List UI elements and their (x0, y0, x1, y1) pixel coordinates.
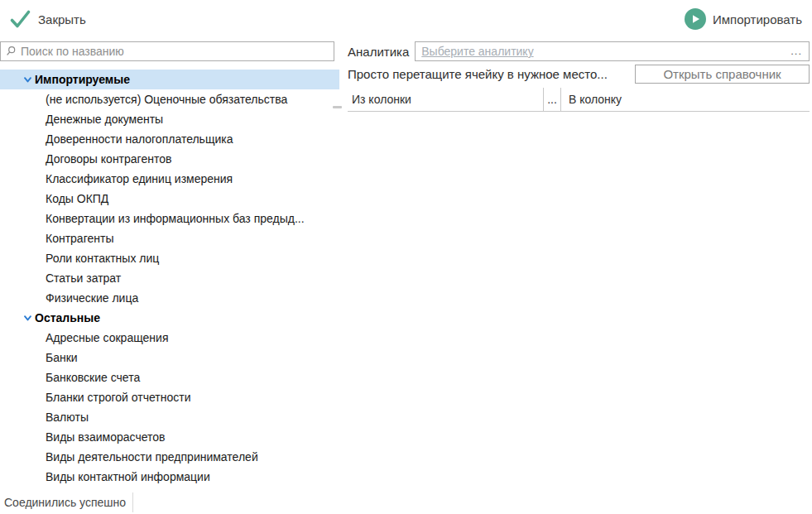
checkmark-icon (9, 8, 31, 31)
tree-group-label: Остальные (35, 308, 100, 328)
tree-item[interactable]: Бланки строгой отчетности (0, 387, 339, 407)
close-button-label: Закрыть (38, 12, 86, 26)
tree-item[interactable]: Договоры контрагентов (0, 149, 339, 169)
column-header-from[interactable]: Из колонки (348, 88, 543, 111)
hint-row: Просто перетащите ячейку в нужное место.… (348, 65, 810, 84)
search-icon (6, 46, 17, 57)
tree-item[interactable]: Денежные документы (0, 109, 339, 129)
tree-group-row[interactable]: Остальные (0, 308, 339, 328)
tree-item[interactable]: Банковские счета (0, 367, 339, 387)
tree-item[interactable]: Физические лица (0, 288, 339, 308)
tree-item[interactable]: Конвертации из информационных баз предыд… (0, 209, 339, 228)
tree-item[interactable]: Контрагенты (0, 228, 339, 248)
analytics-row: Аналитика ... (348, 41, 810, 61)
column-header-to[interactable]: В колонку (561, 88, 810, 111)
column-header-dots[interactable]: ... (543, 88, 561, 111)
analytics-field: ... (415, 41, 810, 61)
tree-item[interactable]: Валюты (0, 407, 339, 427)
search-input[interactable] (21, 43, 334, 60)
tree-list: Импортируемые(не используется) Оценочные… (0, 70, 339, 487)
search-box (0, 41, 334, 61)
chevron-down-icon[interactable] (23, 75, 35, 84)
analytics-choose-button[interactable]: ... (784, 43, 809, 60)
toolbar: Закрыть Импортировать (0, 0, 812, 38)
tree-item[interactable]: Коды ОКПД (0, 189, 339, 209)
tree-item[interactable]: Виды взаиморасчетов (0, 427, 339, 447)
status-bar: Соединились успешно (0, 490, 812, 514)
tree-item[interactable]: Виды контактной информации (0, 467, 339, 487)
chevron-down-icon[interactable] (23, 314, 35, 323)
tree-item[interactable]: Классификатор единиц измерения (0, 169, 339, 189)
import-button[interactable]: Импортировать (685, 8, 802, 30)
tree-item[interactable]: Виды деятельности предпринимателей (0, 447, 339, 467)
tree-item[interactable]: Доверенности налогоплательщика (0, 129, 339, 149)
mapping-table-header: Из колонки ... В колонку (348, 88, 810, 112)
status-text: Соединились успешно (0, 496, 126, 509)
tree-item[interactable]: Банки (0, 348, 339, 367)
play-icon (685, 8, 706, 30)
scrollbar-thumb[interactable] (333, 106, 342, 108)
drag-hint-text: Просто перетащите ячейку в нужное место.… (348, 67, 635, 81)
close-button[interactable]: Закрыть (9, 8, 86, 31)
tree-item[interactable]: (не используется) Оценочные обязательств… (0, 89, 339, 109)
analytics-label: Аналитика (348, 45, 409, 59)
tree-item[interactable]: Роли контактных лиц (0, 248, 339, 268)
tree-item[interactable]: Адресные сокращения (0, 328, 339, 348)
analytics-input[interactable] (421, 43, 784, 60)
tree-item[interactable]: Статьи затрат (0, 268, 339, 288)
tree-group-row[interactable]: Импортируемые (0, 70, 339, 89)
status-divider (132, 492, 133, 512)
tree-group-label: Импортируемые (35, 70, 130, 89)
import-button-label: Импортировать (713, 12, 802, 26)
open-reference-button[interactable]: Открыть справочник (635, 65, 810, 84)
